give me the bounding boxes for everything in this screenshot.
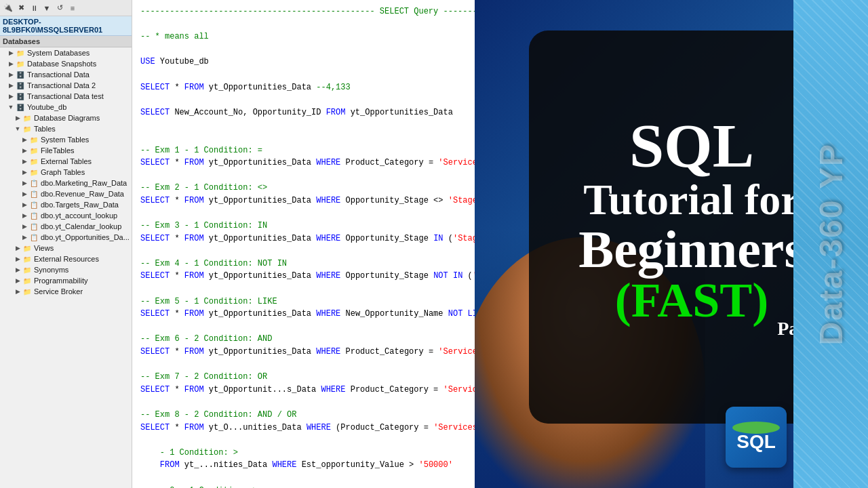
tree-icon-folder: 📁 xyxy=(28,167,39,177)
sidebar: 🔌 ✖ ⏸ ▼ ↺ ≡ DESKTOP-8L9BFK0\MSSQLSERVER0… xyxy=(0,0,132,488)
sql-logo-text: SQL xyxy=(736,431,776,453)
expand-arrow: ▼ xyxy=(14,125,22,132)
refresh-icon[interactable]: ↺ xyxy=(54,3,65,14)
collapse-arrow: ▶ xyxy=(20,212,28,219)
tree-label: External Tables xyxy=(41,157,92,165)
sidebar-item-dbo-marketing[interactable]: ▶📋dbo.Marketing_Raw_Data xyxy=(0,178,132,188)
connect-icon[interactable]: 🔌 xyxy=(3,3,14,14)
collapse-arrow: ▶ xyxy=(20,190,28,197)
tree-icon-db: 🗄️ xyxy=(15,92,26,101)
sidebar-item-transactional-data-test[interactable]: ▶🗄️Transactional Data test xyxy=(0,91,132,102)
tree-label: dbo.Marketing_Raw_Data xyxy=(41,179,127,187)
tree-label: Transactional Data 2 xyxy=(27,81,96,89)
tree-icon-table: 📋 xyxy=(28,222,39,231)
tree-icon-folder: 📁 xyxy=(22,113,33,123)
sidebar-item-views[interactable]: ▶📁Views xyxy=(0,243,132,253)
sidebar-item-external-resources[interactable]: ▶📁External Resources xyxy=(0,253,132,264)
sidebar-item-system-tables[interactable]: ▶📁System Tables xyxy=(0,134,132,145)
title-fast: (FAST) xyxy=(615,276,769,325)
tree-icon-db: 🗄️ xyxy=(15,102,26,112)
disconnect-icon[interactable]: ✖ xyxy=(16,3,26,14)
tree-icon-folder: 📁 xyxy=(15,48,26,58)
collapse-arrow: ▶ xyxy=(7,71,15,78)
sidebar-item-service-broker[interactable]: ▶📁Service Broker xyxy=(0,286,132,297)
tree-label: dbo.yt_Opportunities_Da... xyxy=(41,233,130,241)
sidebar-item-external-tables[interactable]: ▶📁External Tables xyxy=(0,156,132,167)
sidebar-item-file-tables[interactable]: ▶📁FileTables xyxy=(0,145,132,156)
sidebar-item-system-dbs[interactable]: ▶📁System Databases xyxy=(0,47,132,58)
activity-icon[interactable]: ≡ xyxy=(67,3,78,14)
collapse-arrow: ▶ xyxy=(14,245,22,251)
collapse-arrow: ▶ xyxy=(20,223,28,230)
sidebar-item-transactional-data[interactable]: ▶🗄️Transactional Data xyxy=(0,69,132,80)
sidebar-item-dbo-yt-calendar[interactable]: ▶📋dbo.yt_Calendar_lookup xyxy=(0,221,132,232)
title-beginners: Beginners xyxy=(578,223,805,276)
collapse-arrow: ▶ xyxy=(14,266,22,273)
collapse-arrow: ▶ xyxy=(20,136,28,143)
branding-strip: Data-360 YP xyxy=(793,0,868,488)
tree-label: dbo.yt_account_lookup xyxy=(41,211,117,220)
collapse-arrow: ▶ xyxy=(14,277,22,284)
title-sql: SQL xyxy=(629,115,754,177)
tree-icon-table: 📋 xyxy=(28,211,39,220)
tree-label: Transactional Data xyxy=(27,70,90,79)
tree-label: System Tables xyxy=(41,136,89,144)
tree-label: System Databases xyxy=(27,49,90,57)
sidebar-item-dbo-yt-account[interactable]: ▶📋dbo.yt_account_lookup xyxy=(0,210,132,221)
sidebar-item-dbo-yt-opportunities[interactable]: ▶📋dbo.yt_Opportunities_Da... xyxy=(0,232,132,243)
tree-icon-folder: 📁 xyxy=(28,157,39,166)
tree-label: dbo.Revenue_Raw_Data xyxy=(41,190,124,198)
tree-label: Database Diagrams xyxy=(34,114,100,122)
tree-label: dbo.Targets_Raw_Data xyxy=(41,201,119,209)
tree-icon-db: 🗄️ xyxy=(15,81,26,90)
sidebar-item-tables[interactable]: ▼📁Tables xyxy=(0,123,132,134)
sidebar-item-dbo-targets[interactable]: ▶📋dbo.Targets_Raw_Data xyxy=(0,199,132,210)
tree-icon-folder: 📁 xyxy=(22,254,33,264)
sidebar-item-transactional-data-2[interactable]: ▶🗄️Transactional Data 2 xyxy=(0,80,132,91)
tree-icon-folder: 📁 xyxy=(22,287,33,296)
tree-label: Synonyms xyxy=(34,266,68,274)
branding-text: Data-360 YP xyxy=(812,143,850,346)
collapse-arrow: ▶ xyxy=(7,82,15,89)
tree-label: Service Broker xyxy=(34,287,83,296)
tree-label: Youtube_db xyxy=(27,103,66,111)
tree-label: Views xyxy=(34,244,54,252)
collapse-arrow: ▶ xyxy=(20,169,28,176)
collapse-arrow: ▶ xyxy=(7,93,15,100)
collapse-arrow: ▶ xyxy=(20,147,28,154)
tree-icon-table: 📋 xyxy=(28,189,39,199)
main-area: ----------------------------------------… xyxy=(132,0,868,488)
expand-arrow: ▼ xyxy=(7,104,15,110)
sidebar-item-graph-tables[interactable]: ▶📁Graph Tables xyxy=(0,167,132,178)
server-name: DESKTOP-8L9BFK0\MSSQLSERVER01 xyxy=(0,16,132,36)
sidebar-item-db-snapshots[interactable]: ▶📁Database Snapshots xyxy=(0,58,132,69)
tree-icon-folder: 📁 xyxy=(22,265,33,274)
collapse-arrow: ▶ xyxy=(7,60,15,67)
tree-icon-folder: 📁 xyxy=(22,124,33,134)
sidebar-item-dbo-revenue[interactable]: ▶📋dbo.Revenue_Raw_Data xyxy=(0,188,132,199)
sidebar-item-programmability[interactable]: ▶📁Programmability xyxy=(0,275,132,286)
tree-label: Transactional Data test xyxy=(27,92,104,100)
sidebar-toolbar: 🔌 ✖ ⏸ ▼ ↺ ≡ xyxy=(0,0,132,16)
tree-label: Tables xyxy=(34,125,56,133)
collapse-arrow: ▶ xyxy=(20,201,28,208)
tree-label: dbo.yt_Calendar_lookup xyxy=(41,222,121,230)
tree-icon-table: 📋 xyxy=(28,200,39,209)
tree-icon-folder: 📁 xyxy=(15,59,26,68)
collapse-arrow: ▶ xyxy=(20,180,28,186)
tree-label: FileTables xyxy=(41,146,75,155)
sidebar-item-db-diagrams[interactable]: ▶📁Database Diagrams xyxy=(0,113,132,123)
filter-icon[interactable]: ▼ xyxy=(41,3,52,14)
tree-icon-folder: 📁 xyxy=(22,243,33,253)
sql-logo: SQL xyxy=(726,407,787,468)
sidebar-item-youtube-db[interactable]: ▼🗄️Youtube_db xyxy=(0,102,132,113)
tree-container: ▶📁System Databases▶📁Database Snapshots▶🗄… xyxy=(0,47,132,297)
tree-label: Database Snapshots xyxy=(27,60,96,68)
tree-label: Graph Tables xyxy=(41,168,85,176)
sidebar-item-synonyms[interactable]: ▶📁Synonyms xyxy=(0,264,132,275)
title-tutorial: Tutorial for xyxy=(583,177,800,222)
tree-icon-table: 📋 xyxy=(28,232,39,242)
collapse-arrow: ▶ xyxy=(14,256,22,262)
pause-icon[interactable]: ⏸ xyxy=(28,3,39,14)
collapse-arrow: ▶ xyxy=(14,288,22,295)
